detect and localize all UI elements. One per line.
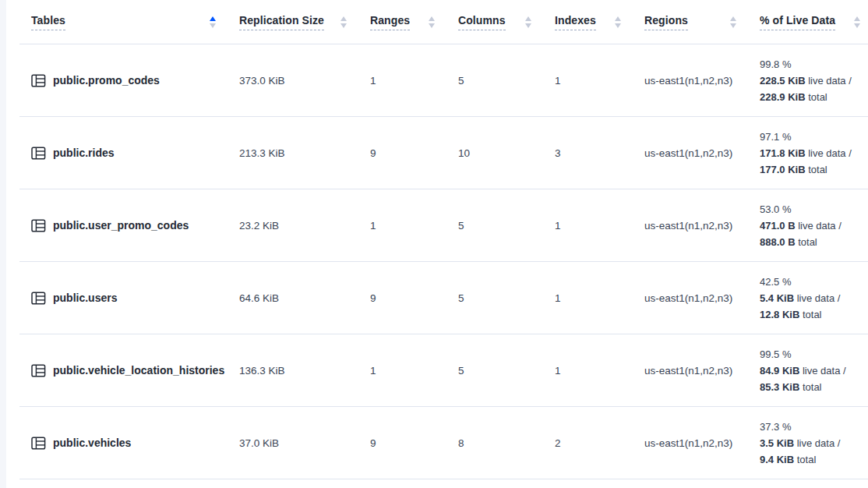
sort-icon xyxy=(854,16,860,28)
table-row: public.user_promo_codes 23.2 KiB 1 5 1 u… xyxy=(19,189,868,262)
table-icon xyxy=(31,437,46,450)
columns-cell: 5 xyxy=(458,220,555,232)
regions-cell: us-east1(n1,n2,n3) xyxy=(644,437,760,449)
column-header-label: Replication Size xyxy=(239,14,324,30)
sort-icon-active-asc xyxy=(210,16,216,28)
sort-icon xyxy=(730,16,736,28)
replication-size-cell: 37.0 KiB xyxy=(239,437,370,449)
indexes-cell: 1 xyxy=(555,292,644,304)
page-left-gutter xyxy=(0,0,6,488)
table-icon xyxy=(31,292,46,305)
live-data-percent: 97.1 % xyxy=(760,129,865,145)
table-row: public.vehicle_location_histories 136.3 … xyxy=(19,334,868,407)
ranges-cell: 1 xyxy=(370,220,458,232)
table-name-link[interactable]: public.vehicles xyxy=(53,437,131,449)
live-data-percent: 99.8 % xyxy=(760,56,865,72)
table-header-row: Tables Replication Size Ranges Columns I… xyxy=(19,0,868,44)
ranges-cell: 1 xyxy=(370,75,458,87)
live-data-cell: 99.8 % 228.5 KiB live data / 228.9 KiB t… xyxy=(760,56,868,105)
indexes-cell: 2 xyxy=(555,437,644,449)
live-data-percent: 37.3 % xyxy=(760,419,865,435)
column-header-columns[interactable]: Columns xyxy=(458,0,555,44)
live-data-line: 471.0 B live data / xyxy=(760,217,865,234)
sort-icon xyxy=(340,16,347,28)
columns-cell: 5 xyxy=(458,75,555,87)
live-data-cell: 97.1 % 171.8 KiB live data / 177.0 KiB t… xyxy=(760,129,868,178)
table-name-cell: public.vehicle_location_histories xyxy=(19,364,239,377)
indexes-cell: 1 xyxy=(555,365,644,377)
column-header-label: Regions xyxy=(644,14,688,30)
columns-cell: 8 xyxy=(458,437,555,449)
tables-table: Tables Replication Size Ranges Columns I… xyxy=(19,0,868,479)
columns-cell: 10 xyxy=(458,147,555,159)
column-header-label: Tables xyxy=(31,14,65,30)
regions-cell: us-east1(n1,n2,n3) xyxy=(644,220,760,232)
table-icon xyxy=(31,364,46,377)
column-header-label: Indexes xyxy=(555,14,596,30)
column-header-tables[interactable]: Tables xyxy=(19,0,239,44)
table-name-link[interactable]: public.vehicle_location_histories xyxy=(53,364,224,377)
live-data-cell: 37.3 % 3.5 KiB live data / 9.4 KiB total xyxy=(760,419,868,468)
live-data-percent: 99.5 % xyxy=(760,346,865,362)
ranges-cell: 9 xyxy=(370,147,458,159)
ranges-cell: 1 xyxy=(370,365,458,377)
sort-icon xyxy=(615,16,621,28)
table-row: public.promo_codes 373.0 KiB 1 5 1 us-ea… xyxy=(19,44,868,117)
column-header-label: Ranges xyxy=(370,14,410,30)
total-data-line: 9.4 KiB total xyxy=(760,451,865,468)
table-icon xyxy=(31,219,46,232)
column-header-label: Columns xyxy=(458,14,506,30)
column-header-label: % of Live Data xyxy=(760,14,835,30)
replication-size-cell: 373.0 KiB xyxy=(239,75,370,87)
replication-size-cell: 213.3 KiB xyxy=(239,147,370,159)
table-name-cell: public.vehicles xyxy=(19,437,239,450)
column-header-ranges[interactable]: Ranges xyxy=(370,0,458,44)
ranges-cell: 9 xyxy=(370,437,458,449)
sort-icon xyxy=(525,16,531,28)
table-icon xyxy=(31,74,46,87)
live-data-percent: 53.0 % xyxy=(760,201,865,217)
replication-size-cell: 23.2 KiB xyxy=(239,220,370,232)
total-data-line: 12.8 KiB total xyxy=(760,306,865,323)
replication-size-cell: 64.6 KiB xyxy=(239,292,370,304)
table-name-cell: public.rides xyxy=(19,147,239,160)
live-data-line: 84.9 KiB live data / xyxy=(760,362,865,379)
regions-cell: us-east1(n1,n2,n3) xyxy=(644,75,760,87)
table-name-cell: public.users xyxy=(19,292,239,305)
indexes-cell: 1 xyxy=(555,220,644,232)
column-header-regions[interactable]: Regions xyxy=(644,0,760,44)
live-data-cell: 53.0 % 471.0 B live data / 888.0 B total xyxy=(760,201,868,250)
indexes-cell: 1 xyxy=(555,75,644,87)
regions-cell: us-east1(n1,n2,n3) xyxy=(644,292,760,304)
total-data-line: 228.9 KiB total xyxy=(760,89,865,105)
regions-cell: us-east1(n1,n2,n3) xyxy=(644,147,760,159)
table-row: public.users 64.6 KiB 9 5 1 us-east1(n1,… xyxy=(19,262,868,334)
indexes-cell: 3 xyxy=(555,147,644,159)
column-header-indexes[interactable]: Indexes xyxy=(555,0,644,44)
table-name-link[interactable]: public.user_promo_codes xyxy=(53,219,189,232)
live-data-line: 3.5 KiB live data / xyxy=(760,435,865,451)
live-data-cell: 99.5 % 84.9 KiB live data / 85.3 KiB tot… xyxy=(760,346,868,395)
live-data-line: 5.4 KiB live data / xyxy=(760,290,865,306)
columns-cell: 5 xyxy=(458,292,555,304)
table-icon xyxy=(31,147,46,160)
total-data-line: 177.0 KiB total xyxy=(760,161,865,178)
table-name-link[interactable]: public.users xyxy=(53,292,117,304)
regions-cell: us-east1(n1,n2,n3) xyxy=(644,365,760,377)
table-name-cell: public.user_promo_codes xyxy=(19,219,239,232)
table-name-cell: public.promo_codes xyxy=(19,74,239,87)
table-row: public.vehicles 37.0 KiB 9 8 2 us-east1(… xyxy=(19,407,868,479)
ranges-cell: 9 xyxy=(370,292,458,304)
table-row: public.rides 213.3 KiB 9 10 3 us-east1(n… xyxy=(19,117,868,189)
table-name-link[interactable]: public.rides xyxy=(53,147,115,159)
column-header-replication-size[interactable]: Replication Size xyxy=(239,0,370,44)
columns-cell: 5 xyxy=(458,365,555,377)
table-name-link[interactable]: public.promo_codes xyxy=(53,74,160,87)
total-data-line: 85.3 KiB total xyxy=(760,379,865,395)
replication-size-cell: 136.3 KiB xyxy=(239,365,370,377)
live-data-percent: 42.5 % xyxy=(760,274,865,290)
total-data-line: 888.0 B total xyxy=(760,234,865,250)
live-data-line: 228.5 KiB live data / xyxy=(760,72,865,89)
live-data-line: 171.8 KiB live data / xyxy=(760,145,865,161)
column-header-live-data[interactable]: % of Live Data xyxy=(760,0,868,44)
